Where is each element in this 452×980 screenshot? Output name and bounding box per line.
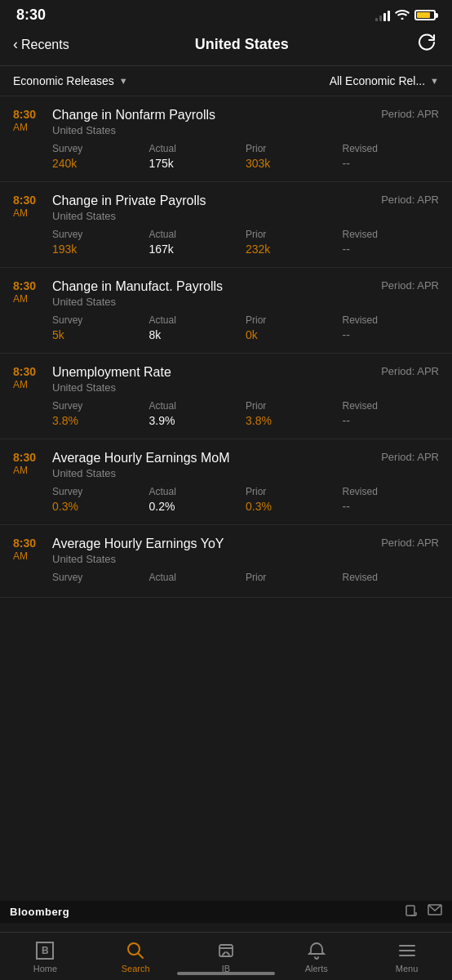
release-time: 8:30 AM [13,279,42,341]
stat-survey-label: Survey [52,400,149,412]
nav-bar: ‹ Recents United States [0,27,452,66]
release-period: Period: APR [381,365,439,377]
all-economic-filter[interactable]: All Economic Rel... ▼ [330,74,439,87]
stat-revised-value: -- [343,414,440,427]
release-header: Average Hourly Earnings MoM Period: APR [52,451,439,466]
stat-revised-label: Revised [343,400,440,412]
release-header: Change in Manufact. Payrolls Period: APR [52,279,439,294]
home-icon: B [35,941,55,960]
stat-survey-label: Survey [52,486,149,497]
release-content: Change in Manufact. Payrolls Period: APR… [52,279,439,341]
stat-prior: Prior 303k [246,143,343,170]
home-indicator [177,972,275,975]
release-item[interactable]: 8:30 AM Change in Nonfarm Payrolls Perio… [0,96,452,182]
stat-actual: Actual 3.9% [149,400,246,427]
share-icon[interactable] [405,904,418,920]
stat-prior: Prior 0k [246,314,343,341]
wifi-icon [395,8,410,22]
stat-actual: Actual 0.2% [149,486,246,513]
mail-icon[interactable] [428,904,442,920]
stat-survey: Survey 5k [52,314,149,341]
status-icons [375,8,436,22]
stat-survey: Survey [52,572,149,586]
release-header: Unemployment Rate Period: APR [52,365,439,380]
release-header: Change in Private Payrolls Period: APR [52,194,439,208]
stat-survey-label: Survey [52,314,149,326]
stat-prior-label: Prior [246,400,343,412]
stat-actual-value: 3.9% [149,414,246,427]
stat-survey-label: Survey [52,572,149,583]
economic-releases-filter[interactable]: Economic Releases ▼ [13,74,128,87]
release-period: Period: APR [381,279,439,292]
release-content: Unemployment Rate Period: APR United Sta… [52,365,439,427]
economic-releases-label: Economic Releases [13,74,114,87]
tab-alerts[interactable]: Alerts [271,933,361,980]
release-item[interactable]: 8:30 AM Average Hourly Earnings YoY Peri… [0,525,452,598]
tab-search[interactable]: Search [91,933,181,980]
stat-survey-value: 240k [52,157,149,170]
release-name: Average Hourly Earnings MoM [52,451,230,466]
stat-prior: Prior 0.3% [246,486,343,513]
release-content: Change in Private Payrolls Period: APR U… [52,194,439,256]
back-button[interactable]: ‹ Recents [13,36,69,53]
release-stats: Survey 240k Actual 175k Prior 303k Revis… [52,143,439,170]
release-time-hour: 8:30 [13,108,42,122]
release-time-ampm: AM [13,465,42,476]
status-time: 8:30 [16,7,46,24]
stat-survey: Survey 240k [52,143,149,170]
stat-survey-label: Survey [52,229,149,240]
release-time-hour: 8:30 [13,194,42,207]
release-stats: Survey 193k Actual 167k Prior 232k Revis… [52,229,439,256]
release-time: 8:30 AM [13,194,42,256]
release-item[interactable]: 8:30 AM Unemployment Rate Period: APR Un… [0,354,452,439]
left-filter-chevron-icon: ▼ [119,76,128,86]
stat-survey: Survey 3.8% [52,400,149,427]
stat-revised: Revised -- [343,229,440,256]
stat-revised-value: -- [343,243,440,256]
signal-bars-icon [375,10,390,21]
release-country: United States [52,124,439,136]
refresh-button[interactable] [414,33,439,56]
release-country: United States [52,210,439,222]
release-country: United States [52,296,439,308]
status-bar: 8:30 [0,0,452,27]
release-item[interactable]: 8:30 AM Average Hourly Earnings MoM Peri… [0,439,452,525]
release-period: Period: APR [381,537,439,549]
stat-actual-label: Actual [149,143,246,154]
stat-revised-label: Revised [343,229,440,240]
tab-home[interactable]: B Home [0,933,91,980]
stat-actual-label: Actual [149,229,246,240]
stat-revised-label: Revised [343,486,440,497]
page-title: United States [195,36,289,53]
release-time-ampm: AM [13,379,42,390]
stat-actual-value: 0.2% [149,500,246,513]
release-time: 8:30 AM [13,365,42,427]
release-period: Period: APR [381,451,439,463]
release-time-ampm: AM [13,122,42,133]
stat-prior: Prior 232k [246,229,343,256]
stat-actual-label: Actual [149,486,246,497]
release-time: 8:30 AM [13,451,42,513]
release-stats: Survey Actual Prior Revised [52,572,439,586]
release-country: United States [52,467,439,479]
stat-prior-value: 0k [246,328,343,341]
battery-icon [414,10,436,20]
release-item[interactable]: 8:30 AM Change in Private Payrolls Perio… [0,182,452,268]
svg-rect-0 [406,906,414,915]
release-time-hour: 8:30 [13,279,42,293]
tab-home-label: Home [33,964,57,973]
release-name: Unemployment Rate [52,365,171,380]
tab-menu[interactable]: Menu [361,933,452,980]
release-item[interactable]: 8:30 AM Change in Manufact. Payrolls Per… [0,268,452,354]
release-period: Period: APR [381,194,439,206]
stat-actual: Actual 175k [149,143,246,170]
release-header: Average Hourly Earnings YoY Period: APR [52,537,439,551]
menu-icon [397,941,417,960]
stat-revised: Revised -- [343,143,440,170]
stat-prior-label: Prior [246,143,343,154]
stat-actual-label: Actual [149,314,246,326]
release-time: 8:30 AM [13,108,42,170]
tab-menu-label: Menu [396,964,419,973]
filter-bar: Economic Releases ▼ All Economic Rel... … [0,66,452,96]
release-time-ampm: AM [13,207,42,219]
